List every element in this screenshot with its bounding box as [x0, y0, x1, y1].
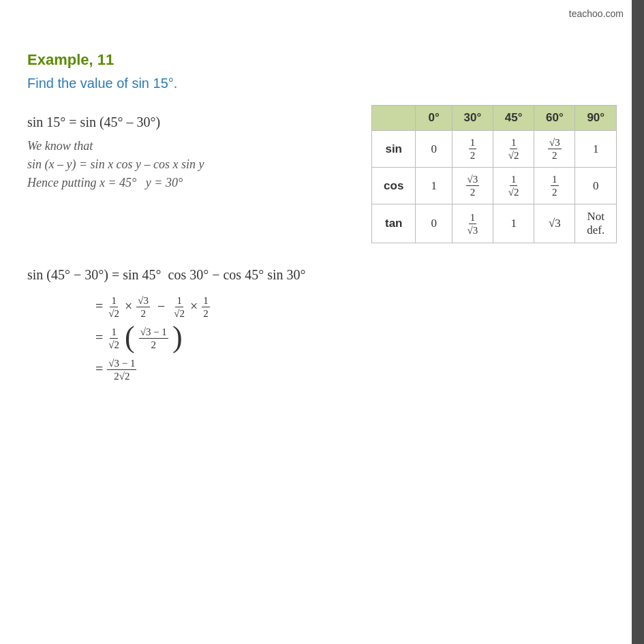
cos-90: 0: [575, 168, 617, 204]
step1-line: sin 15° = sin (45° – 30°): [27, 112, 358, 132]
trig-table: 0° 30° 45° 60° 90° sin 0 1: [371, 105, 617, 243]
frac-sqrt3-minus1-over2: √3 − 1 2: [139, 324, 168, 351]
example-label: Example, 11: [27, 51, 617, 69]
frac-cos-45: 1 √2: [507, 173, 521, 198]
page-container: teachoo.com Example, 11 Find the value o…: [0, 0, 644, 644]
step4-line: = √3 − 1 2√2: [95, 355, 617, 382]
minus1: −: [154, 293, 168, 319]
cos-0: 1: [416, 168, 452, 204]
indented-steps: = 1 √2 × √3 2 − 1: [95, 292, 617, 382]
frac-1-sqrt2-a: 1 √2: [107, 292, 121, 320]
step3-line: = 1 √2 ( √3 − 1 2 ): [95, 324, 617, 351]
content-area: sin 15° = sin (45° – 30°) We know that s…: [27, 105, 617, 243]
right-sidebar-accent: [632, 0, 644, 644]
tan-60: √3: [534, 204, 575, 243]
left-content: sin 15° = sin (45° – 30°) We know that s…: [27, 105, 358, 243]
sin-45: 1 √2: [493, 131, 534, 168]
frac-sin-30: 1 2: [469, 136, 477, 162]
italic1: We know that: [27, 139, 358, 153]
equals-symbol-2: =: [95, 324, 103, 350]
frac-1-2: 1 2: [202, 292, 210, 320]
big-equation-area: sin (45° − 30°) = sin 45° cos 30° − cos …: [27, 262, 617, 382]
table-header-90: 90°: [575, 106, 617, 131]
big-paren-open: (: [125, 324, 135, 351]
frac-sin-60: √3 2: [548, 136, 562, 162]
sin-0: 0: [416, 131, 452, 168]
sin-90: 1: [575, 131, 617, 168]
table-header-0: 0°: [416, 106, 452, 131]
times2: ×: [190, 293, 198, 319]
brand-label: teachoo.com: [569, 8, 624, 19]
times1: ×: [125, 293, 132, 319]
table-row-tan: tan 0 1 √3 1 √3 Notdef.: [372, 204, 617, 243]
table-header-30: 30°: [452, 106, 493, 131]
big-equation-line1: sin (45° − 30°) = sin 45° cos 30° − cos …: [27, 262, 617, 287]
tan-0: 0: [416, 204, 452, 243]
equals-symbol-1: =: [95, 293, 103, 319]
tan-30: 1 √3: [452, 204, 493, 243]
cos-30: √3 2: [452, 168, 493, 204]
step2-line: = 1 √2 × √3 2 − 1: [95, 292, 617, 320]
frac-1-sqrt2-b: 1 √2: [172, 292, 186, 320]
frac-sin-45: 1 √2: [507, 136, 521, 162]
table-header-60: 60°: [534, 106, 575, 131]
tan-45: 1: [493, 204, 534, 243]
italic3: Hence putting x = 45° y = 30°: [27, 176, 358, 190]
func-sin: sin: [372, 131, 416, 168]
big-paren-close: ): [172, 324, 183, 351]
table-row-sin: sin 0 1 2 1 √2: [372, 131, 617, 168]
italic2: sin (x – y) = sin x cos y – cos x sin y: [27, 157, 358, 172]
table-row-cos: cos 1 √3 2 1 √2: [372, 168, 617, 204]
problem-statement: Find the value of sin 15°.: [27, 76, 617, 91]
tan-90: Notdef.: [575, 204, 617, 243]
func-cos: cos: [372, 168, 416, 204]
sin-60: √3 2: [534, 131, 575, 168]
trig-table-container: 0° 30° 45° 60° 90° sin 0 1: [371, 105, 617, 243]
table-header-45: 45°: [493, 106, 534, 131]
func-tan: tan: [372, 204, 416, 243]
equals-symbol-3: =: [95, 356, 103, 382]
sin-30: 1 2: [452, 131, 493, 168]
frac-tan-30: 1 √3: [466, 211, 480, 236]
cos-45: 1 √2: [493, 168, 534, 204]
cos-60: 1 2: [534, 168, 575, 204]
frac-cos-30: √3 2: [466, 173, 480, 198]
frac-1-sqrt2-c: 1 √2: [107, 324, 121, 351]
frac-cos-60: 1 2: [551, 173, 559, 198]
frac-final: √3 − 1 2√2: [107, 355, 136, 382]
table-header-empty: [372, 106, 416, 131]
frac-sqrt3-2: √3 2: [136, 292, 150, 320]
